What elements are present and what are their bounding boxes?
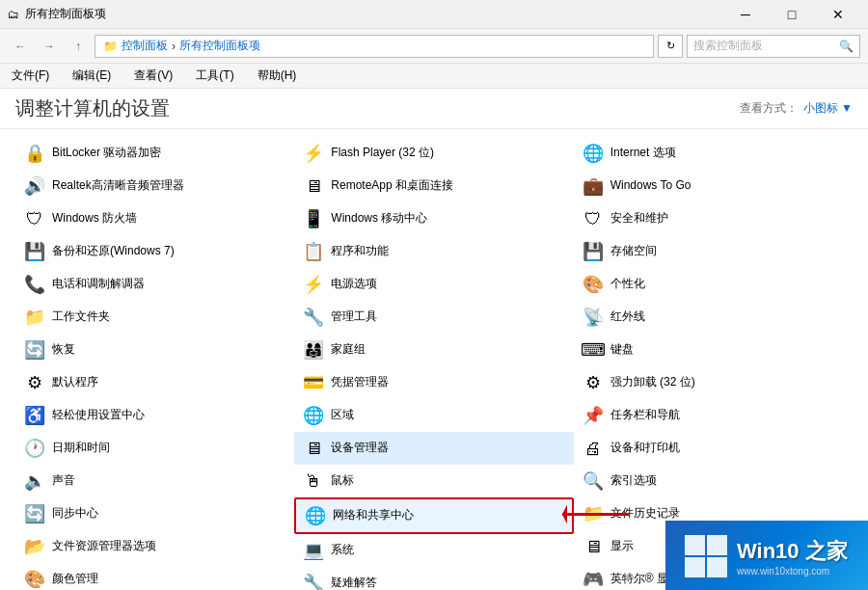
item-icon: 🎮 <box>582 568 605 590</box>
item-icon: 🔊 <box>23 174 46 198</box>
item-icon: 📡 <box>582 306 605 329</box>
control-item[interactable]: 🕐日期和时间 <box>15 432 294 465</box>
control-item[interactable]: 📂文件资源管理器选项 <box>15 530 294 563</box>
page-title: 调整计算机的设置 <box>15 95 170 121</box>
item-icon: 👨‍👩‍👧 <box>302 338 325 362</box>
item-icon: 🔄 <box>23 338 46 362</box>
item-icon: 📁 <box>582 502 605 525</box>
back-button[interactable]: ← <box>8 34 33 59</box>
toolbar: 调整计算机的设置 查看方式： 小图标 ▼ <box>0 89 868 129</box>
up-button[interactable]: ↑ <box>66 34 91 59</box>
item-icon: 🖱 <box>302 469 325 493</box>
control-item[interactable]: ⚙强力卸载 (32 位) <box>574 366 853 399</box>
menu-view[interactable]: 查看(V) <box>130 66 176 86</box>
control-item[interactable]: ⚡电源选项 <box>294 268 573 301</box>
control-item[interactable]: 🖱鼠标 <box>294 465 573 497</box>
control-item[interactable]: 🌐网络和共享中心 <box>294 497 573 534</box>
menu-tools[interactable]: 工具(T) <box>192 66 237 86</box>
control-item[interactable]: 🛡Windows 防火墙 <box>15 202 294 235</box>
control-item[interactable]: 📱Windows 移动中心 <box>294 202 573 235</box>
item-label: BitLocker 驱动器加密 <box>52 146 161 161</box>
item-label: Windows 防火墙 <box>52 211 137 227</box>
control-item[interactable]: 🔒BitLocker 驱动器加密 <box>15 137 294 170</box>
control-item[interactable]: ♿轻松使用设置中心 <box>15 399 294 432</box>
item-icon: 📋 <box>302 240 325 263</box>
control-item[interactable]: 👨‍👩‍👧家庭组 <box>294 334 573 366</box>
item-icon: 🖥 <box>582 535 605 558</box>
window-title: 所有控制面板项 <box>25 6 106 22</box>
control-item[interactable]: 📌任务栏和导航 <box>574 399 853 432</box>
item-label: 安全和维护 <box>610 211 668 227</box>
control-item[interactable]: 🖥RemoteApp 和桌面连接 <box>294 170 573 202</box>
item-label: 任务栏和导航 <box>610 408 680 423</box>
item-icon: 🛡 <box>23 207 46 230</box>
control-item[interactable]: ⚡Flash Player (32 位) <box>294 137 573 170</box>
search-box[interactable]: 搜索控制面板 🔍 <box>687 35 860 58</box>
view-mode-text: 小图标 <box>803 101 838 115</box>
control-item[interactable]: 📡红外线 <box>574 301 853 334</box>
item-label: 疑难解答 <box>331 576 377 590</box>
item-label: Realtek高清晰音频管理器 <box>52 178 184 194</box>
item-label: 设备管理器 <box>331 441 389 456</box>
control-item[interactable]: 🌐Internet 选项 <box>574 137 853 170</box>
item-label: 家庭组 <box>331 342 366 358</box>
control-item[interactable]: 🔍索引选项 <box>574 465 853 497</box>
control-item[interactable]: 💼Windows To Go <box>574 170 853 202</box>
address-breadcrumb[interactable]: 📁 控制面板 › 所有控制面板项 <box>95 35 654 58</box>
control-item[interactable]: 📁工作文件夹 <box>15 301 294 334</box>
refresh-button[interactable]: ↻ <box>658 35 683 58</box>
control-item[interactable]: 🔈声音 <box>15 465 294 497</box>
item-label: 索引选项 <box>610 473 657 489</box>
control-item[interactable]: 💻系统 <box>294 534 573 567</box>
control-item[interactable]: 🎨颜色管理 <box>15 563 294 590</box>
item-icon: 🔄 <box>23 502 46 525</box>
control-item[interactable]: 🔧管理工具 <box>294 301 573 334</box>
item-icon: 📁 <box>23 306 46 329</box>
item-icon: 💾 <box>23 240 46 263</box>
control-item[interactable]: 💳凭据管理器 <box>294 366 573 399</box>
item-icon: ⌨ <box>582 338 605 362</box>
item-label: 凭据管理器 <box>331 375 389 390</box>
forward-button[interactable]: → <box>37 34 62 59</box>
breadcrumb-icon: 📁 <box>103 40 118 53</box>
control-item[interactable]: 🔊Realtek高清晰音频管理器 <box>15 170 294 202</box>
view-mode[interactable]: 小图标 ▼ <box>803 100 853 117</box>
column-1: 🔒BitLocker 驱动器加密🔊Realtek高清晰音频管理器🛡Windows… <box>15 137 294 590</box>
svg-rect-5 <box>707 557 727 577</box>
item-label: 区域 <box>331 408 354 423</box>
control-item[interactable]: 💾备份和还原(Windows 7) <box>15 235 294 268</box>
menu-help[interactable]: 帮助(H) <box>254 66 301 86</box>
control-item[interactable]: 🔧疑难解答 <box>294 567 573 590</box>
control-item[interactable]: 🖥设备管理器 <box>294 432 573 465</box>
control-item[interactable]: 📞电话和调制解调器 <box>15 268 294 301</box>
control-item[interactable]: ⌨键盘 <box>574 334 853 366</box>
item-label: 网络和共享中心 <box>333 508 414 523</box>
control-item[interactable]: 💾存储空间 <box>574 235 853 268</box>
search-placeholder: 搜索控制面板 <box>693 38 763 54</box>
minimize-button[interactable]: ─ <box>723 0 768 29</box>
control-item[interactable]: 🖨设备和打印机 <box>574 432 853 465</box>
control-item[interactable]: 📋程序和功能 <box>294 235 573 268</box>
svg-rect-4 <box>685 557 705 577</box>
maximize-button[interactable]: □ <box>770 0 814 29</box>
control-item[interactable]: 🔄同步中心 <box>15 497 294 530</box>
item-icon: 🌐 <box>582 142 605 165</box>
item-label: Windows 移动中心 <box>331 211 427 227</box>
item-icon: 💾 <box>582 240 605 263</box>
watermark-title: Win10 之家 <box>737 537 848 566</box>
close-button[interactable]: ✕ <box>816 0 860 29</box>
control-item[interactable]: 🔄恢复 <box>15 334 294 366</box>
control-item[interactable]: 🎨个性化 <box>574 268 853 301</box>
menu-file[interactable]: 文件(F) <box>8 66 53 86</box>
item-icon: 📞 <box>23 273 46 296</box>
item-label: 工作文件夹 <box>52 309 110 325</box>
title-bar-controls: ─ □ ✕ <box>723 0 860 29</box>
item-label: 恢复 <box>52 342 75 358</box>
control-item[interactable]: 🛡安全和维护 <box>574 202 853 235</box>
item-label: 强力卸载 (32 位) <box>610 375 695 390</box>
control-item[interactable]: ⚙默认程序 <box>15 366 294 399</box>
breadcrumb-separator: › <box>172 40 176 53</box>
control-item[interactable]: 🌐区域 <box>294 399 573 432</box>
item-label: Flash Player (32 位) <box>331 146 434 161</box>
menu-edit[interactable]: 编辑(E) <box>68 66 115 86</box>
